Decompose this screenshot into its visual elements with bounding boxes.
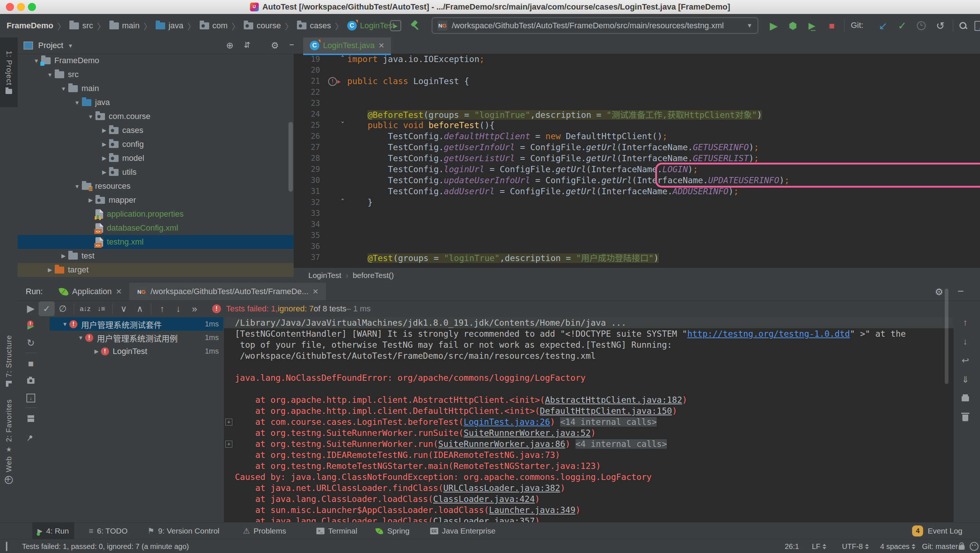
tree-arrow-icon[interactable]: ▼ — [76, 335, 85, 341]
console-link[interactable]: AbstractHttpClient.java:182 — [545, 395, 682, 405]
rollback-button[interactable]: ↺ — [933, 18, 948, 33]
toolwindow-button-6--todo[interactable]: ≡6: TODO — [84, 523, 133, 539]
locate-file-button[interactable]: ⊕ — [226, 40, 234, 51]
toggle-auto-test-button[interactable]: ↻ — [22, 336, 40, 350]
soft-wrap-button[interactable]: ↩ — [958, 353, 973, 368]
toolwindow-button-problems[interactable]: ⚠Problems — [238, 523, 291, 539]
hide-panel-button[interactable]: − — [957, 285, 964, 297]
import-test-results-button[interactable]: ↓ — [22, 391, 40, 405]
project-tree-item-java[interactable]: ▼java — [18, 96, 294, 110]
tree-arrow-icon[interactable]: ▶ — [92, 348, 101, 355]
tree-arrow-icon[interactable]: ▶ — [99, 141, 109, 148]
project-tree-item-testng-xml[interactable]: testng.xml — [18, 235, 294, 249]
breadcrumb-item-framedemo[interactable]: FrameDemo — [6, 21, 53, 30]
git-commit-button[interactable]: ✓ — [895, 18, 910, 33]
toolwindow-button-terminal[interactable]: >_Terminal — [311, 523, 362, 539]
chevron-down-icon[interactable]: ▼ — [68, 43, 73, 49]
fold-icon[interactable]: ˆ — [340, 54, 345, 64]
tree-arrow-icon[interactable]: ▼ — [60, 321, 69, 327]
close-tab-icon[interactable]: ✕ — [379, 41, 385, 50]
show-passed-button[interactable]: ✓ — [38, 301, 55, 316]
expand-all-button[interactable]: ∨ — [116, 301, 132, 316]
close-tab-icon[interactable]: ✕ — [116, 287, 122, 296]
run-button[interactable]: ▶ — [766, 18, 781, 33]
toolwindow-button-9--version-control[interactable]: ⚑9: Version Control — [142, 523, 224, 539]
tree-arrow-icon[interactable]: ▼ — [72, 183, 82, 190]
breadcrumb-item-course[interactable]: course — [244, 21, 281, 30]
project-tree-item-mapper[interactable]: ▶mapper — [18, 193, 294, 207]
run-configuration-select[interactable]: NG /workspace/GithubTest/AutoTest/FrameD… — [432, 17, 758, 34]
encoding-select[interactable]: UTF-8 — [842, 539, 869, 553]
collapse-all-button[interactable]: ∧ — [132, 301, 148, 316]
test-tree-item[interactable]: ▼!用户管理系统测试用例1ms — [49, 331, 223, 344]
rerun-failed-tests-button[interactable]: ▶! — [22, 318, 40, 333]
run-context-button[interactable]: ▶ — [388, 18, 403, 33]
console-link[interactable]: ClassLoader.java:424 — [433, 494, 535, 504]
sort-by-duration-button[interactable]: ↓≡ — [93, 301, 110, 316]
console-link[interactable]: http://testng.org/testng-1.0.dtd — [687, 329, 850, 339]
project-tree-item-application-properties[interactable]: application.properties — [18, 207, 294, 221]
project-tree-item-framedemo[interactable]: ▼FrameDemo — [18, 54, 294, 68]
breadcrumb-item-java[interactable]: java — [156, 21, 183, 30]
toolwindow-button-java-enterprise[interactable]: EEJava Enterprise — [425, 523, 501, 539]
test-tree-item[interactable]: ▼!用户管理系统测试套件1ms — [49, 317, 223, 331]
console-link[interactable]: SuiteRunnerWorker.java:86 — [438, 439, 565, 449]
breadcrumb-item-src[interactable]: src — [69, 21, 93, 30]
fold-expand-icon[interactable]: + — [225, 419, 232, 426]
console-link[interactable]: URLClassLoader.java:382 — [443, 483, 560, 493]
toolwindow-button-spring[interactable]: Spring — [370, 523, 415, 539]
sidebar-item-project[interactable]: 1: Project — [0, 37, 18, 107]
tree-arrow-icon[interactable]: ▶ — [99, 169, 109, 175]
sidebar-item-structure[interactable]: 7: Structure — [0, 335, 18, 387]
previous-occurrence-button[interactable]: ↑ — [154, 301, 170, 316]
sidebar-item-favorites[interactable]: 2: Favorites★ — [0, 399, 18, 454]
settings-gear-icon[interactable]: ⚙ — [935, 287, 943, 298]
sidebar-item-web[interactable]: Web — [0, 456, 18, 484]
test-tree-item[interactable]: ▶!LoginTest1ms — [49, 344, 223, 358]
sort-alphabetically-button[interactable]: a↓z — [77, 301, 93, 316]
project-tree-item-cases[interactable]: ▶cases — [18, 123, 294, 137]
breadcrumb-item-logintest[interactable]: CLoginTest — [347, 21, 395, 30]
event-log-button[interactable]: 4 Event Log — [912, 523, 963, 539]
tree-arrow-icon[interactable]: ▼ — [45, 72, 55, 78]
build-button[interactable] — [408, 18, 423, 33]
run-tab-testng[interactable]: NG/workspace/GithubTest/AutoTest/FrameDe… — [129, 283, 326, 300]
project-tree-item-target[interactable]: ▶target — [18, 263, 294, 277]
line-separator-select[interactable]: LF — [812, 539, 826, 553]
project-tree-item-resources[interactable]: ▼resources — [18, 179, 294, 193]
pin-tab-button[interactable] — [22, 430, 40, 444]
toolwindow-button-4--run[interactable]: ▶4: Run — [32, 523, 74, 539]
editor-breadcrumb-item[interactable]: beforeTest() — [353, 271, 394, 280]
close-tab-icon[interactable]: ✕ — [312, 287, 318, 296]
breadcrumb-item-cases[interactable]: cases — [297, 21, 331, 30]
settings-gear-button[interactable]: ⚙ — [271, 40, 279, 51]
reader-mode-button[interactable] — [971, 18, 980, 33]
thread-dump-button[interactable] — [22, 373, 40, 388]
scroll-down-button[interactable]: ↓ — [958, 334, 973, 349]
caret-position[interactable]: 26:1 — [785, 539, 799, 553]
show-ignored-button[interactable]: ∅ — [55, 301, 71, 316]
console-scrollbar[interactable] — [945, 288, 948, 384]
project-tree-item-com-course[interactable]: ▼com.course — [18, 110, 294, 123]
project-tree-item-utils[interactable]: ▶utils — [18, 165, 294, 179]
tree-arrow-icon[interactable]: ▼ — [72, 99, 82, 106]
clear-all-button[interactable] — [958, 411, 973, 425]
project-tree-item-model[interactable]: ▶model — [18, 151, 294, 165]
indent-select[interactable]: 4 spaces — [880, 539, 915, 553]
git-update-button[interactable]: ↙ — [876, 18, 891, 33]
project-tree-item-config[interactable]: ▶config — [18, 137, 294, 151]
lock-icon[interactable] — [959, 539, 964, 553]
console-link[interactable]: LoginTest.java:26 — [464, 417, 550, 427]
console-link[interactable]: DefaultHttpClient.java:150 — [540, 406, 672, 416]
more-actions-button[interactable]: » — [186, 301, 203, 316]
layout-settings-button[interactable] — [22, 411, 40, 426]
stop-button[interactable]: ■ — [824, 18, 839, 33]
console-link[interactable]: ClassLoader.java:357 — [433, 516, 535, 522]
tree-arrow-icon[interactable]: ▶ — [99, 155, 109, 162]
print-button[interactable] — [958, 391, 973, 406]
project-scrollbar[interactable] — [288, 122, 293, 192]
breadcrumb-item-com[interactable]: com — [200, 21, 228, 30]
tree-arrow-icon[interactable]: ▶ — [45, 266, 55, 273]
history-button[interactable] — [914, 18, 929, 33]
tree-arrow-icon[interactable]: ▼ — [32, 57, 41, 64]
